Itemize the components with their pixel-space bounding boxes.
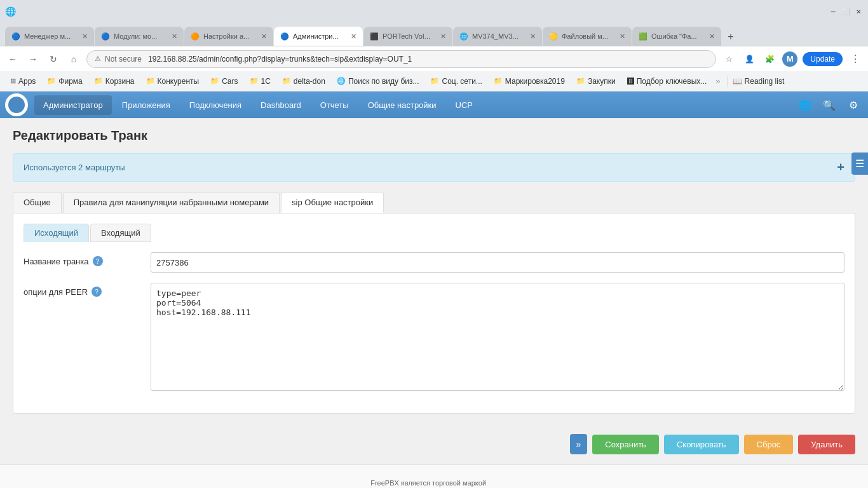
- bookmark-konkurenty-label: Конкуренты: [158, 77, 200, 86]
- tab-close-5[interactable]: ✕: [440, 32, 446, 41]
- back-button[interactable]: ←: [5, 51, 20, 67]
- extensions-button[interactable]: 🧩: [762, 51, 777, 67]
- bookmark-cars-label: Cars: [222, 77, 238, 86]
- tab-close-7[interactable]: ✕: [620, 32, 625, 41]
- bookmark-delta[interactable]: 📁 delta-don: [277, 76, 330, 87]
- trunk-name-control: [151, 252, 844, 273]
- footer: 🐸 FreePBX let freedom ring™ FreePBX явля…: [0, 464, 868, 488]
- bookmark-konkurenty[interactable]: 📁 Конкуренты: [141, 76, 205, 87]
- browser-tab-8[interactable]: 🟩 Ошибка "Фа... ✕: [632, 27, 721, 46]
- bookmarks-more[interactable]: »: [715, 76, 720, 86]
- sub-tab-outgoing[interactable]: Исходящий: [24, 224, 89, 242]
- settings-icon[interactable]: ⚙: [844, 95, 863, 114]
- browser-tab-5[interactable]: ⬛ PORTech VoI... ✕: [363, 27, 452, 46]
- bookmark-firma[interactable]: 📁 Фирма: [42, 76, 87, 87]
- reset-button[interactable]: Сброс: [744, 435, 794, 454]
- bookmark-social[interactable]: 📁 Соц. сети...: [425, 76, 487, 87]
- fpbx-logo: [5, 93, 28, 116]
- reader-mode-button[interactable]: 👤: [742, 51, 757, 67]
- browser-tab-7[interactable]: 🟡 Файловый м... ✕: [543, 27, 632, 46]
- trunk-name-label: Название транка ?: [24, 252, 151, 270]
- peer-options-control: type=peer port=5064 host=192.168.88.111: [151, 283, 844, 393]
- translate-icon[interactable]: 🌐: [796, 95, 815, 114]
- trunk-name-help-icon[interactable]: ?: [93, 256, 103, 266]
- arrow-button[interactable]: »: [570, 434, 588, 454]
- footer-info-1: FreePBX является торговой маркой: [358, 478, 498, 488]
- folder-icon-5: 📁: [250, 77, 259, 85]
- url-bar[interactable]: ⚠ Not secure 192.168.88.25/admin/config.…: [86, 50, 716, 68]
- nav-admin[interactable]: Администратор: [34, 95, 112, 115]
- peer-options-help-icon[interactable]: ?: [92, 287, 102, 297]
- browser-tab-2[interactable]: 🔵 Модули: мо... ✕: [95, 27, 184, 46]
- bookmark-apps[interactable]: ⊞ Apps: [5, 76, 41, 87]
- reading-list[interactable]: 📖 Reading list: [727, 76, 790, 87]
- peer-options-label: опции для PEER ?: [24, 283, 151, 301]
- bookmark-firma-label: Фирма: [58, 77, 82, 86]
- bookmark-search-label: Поиск по виду биз...: [348, 77, 419, 86]
- nav-reports[interactable]: Отчеты: [311, 95, 358, 115]
- title-bar: 🌐 ─ ⬜ ✕: [0, 0, 868, 23]
- bookmark-star-button[interactable]: ☆: [721, 51, 736, 67]
- main-tabs: Общие Правила для манипуляции набранными…: [13, 192, 855, 213]
- nav-apps[interactable]: Приложения: [113, 95, 179, 115]
- tab-close-6[interactable]: ✕: [530, 32, 536, 41]
- tab-general[interactable]: Общие: [13, 192, 62, 213]
- tab-favicon-5: ⬛: [370, 32, 379, 41]
- bookmark-marking[interactable]: 📁 Маркировка2019: [489, 76, 570, 87]
- bookmark-korzina[interactable]: 📁 Корзина: [89, 76, 140, 87]
- update-button[interactable]: Update: [803, 52, 843, 66]
- profile-button[interactable]: M: [782, 51, 797, 67]
- maximize-button[interactable]: ⬜: [841, 7, 850, 16]
- add-route-button[interactable]: +: [837, 160, 844, 175]
- nav-dashboard[interactable]: Dashboard: [252, 95, 310, 115]
- forward-button[interactable]: →: [25, 51, 41, 67]
- delete-button[interactable]: Удалить: [798, 435, 855, 454]
- nav-settings[interactable]: Общие настройки: [359, 95, 445, 115]
- browser-tab-4[interactable]: 🔵 Администри... ✕: [274, 27, 363, 46]
- home-button[interactable]: ⌂: [66, 51, 81, 67]
- close-button[interactable]: ✕: [854, 7, 863, 16]
- save-button[interactable]: Сохранить: [592, 435, 659, 454]
- tab-close-4[interactable]: ✕: [351, 32, 356, 41]
- fpbx-logo-inner: [7, 95, 26, 114]
- reload-button[interactable]: ↻: [46, 51, 61, 67]
- bookmark-cars[interactable]: 📁 Cars: [205, 76, 243, 87]
- tab-title-8: Ошибка "Фа...: [651, 32, 705, 40]
- tab-close-3[interactable]: ✕: [261, 32, 267, 41]
- folder-icon-6: 📁: [282, 77, 291, 85]
- fpbx-navbar: Администратор Приложения Подключения Das…: [0, 92, 868, 118]
- tab-close-2[interactable]: ✕: [172, 32, 177, 41]
- copy-button[interactable]: Скопировать: [664, 435, 739, 454]
- tab-favicon-1: 🔵: [11, 32, 20, 41]
- bookmark-zakupki[interactable]: 📁 Закупки: [571, 76, 621, 87]
- tab-close-8[interactable]: ✕: [709, 32, 715, 41]
- bookmark-keywords-label: Подбор ключевых...: [637, 77, 707, 86]
- tab-title-5: PORTech VoI...: [383, 32, 437, 40]
- address-bar: ← → ↻ ⌂ ⚠ Not secure 192.168.88.25/admin…: [0, 46, 868, 71]
- tab-title-4: Администри...: [293, 32, 347, 40]
- browser-tab-3[interactable]: 🟠 Настройки а... ✕: [184, 27, 273, 46]
- browser-tab-6[interactable]: 🌐 MV374_MV3... ✕: [453, 27, 542, 46]
- tab-favicon-4: 🔵: [280, 32, 289, 41]
- folder-icon-8: 📁: [494, 77, 503, 85]
- tab-sip-settings[interactable]: sip Общие настройки: [281, 192, 384, 213]
- peer-options-textarea[interactable]: type=peer port=5064 host=192.168.88.111: [151, 283, 844, 391]
- bookmark-keywords[interactable]: 🅱 Подбор ключевых...: [622, 76, 712, 87]
- window-controls: ─ ⬜ ✕: [829, 7, 863, 16]
- new-tab-button[interactable]: +: [722, 28, 740, 46]
- browser-menu-button[interactable]: ⋮: [848, 53, 863, 65]
- bookmark-delta-label: delta-don: [294, 77, 325, 86]
- bookmark-search[interactable]: 🌐 Поиск по виду биз...: [332, 76, 424, 87]
- trunk-name-input[interactable]: [151, 252, 844, 273]
- browser-tab-1[interactable]: 🔵 Менеджер м... ✕: [5, 27, 94, 46]
- sub-tab-incoming[interactable]: Входящий: [90, 224, 151, 242]
- tab-close-1[interactable]: ✕: [82, 32, 88, 41]
- search-icon[interactable]: 🔍: [820, 95, 839, 114]
- nav-connections[interactable]: Подключения: [180, 95, 250, 115]
- nav-ucp[interactable]: UCP: [447, 95, 482, 115]
- sidebar-toggle-button[interactable]: ☰: [851, 152, 868, 175]
- bookmark-1c[interactable]: 📁 1С: [245, 76, 276, 87]
- minimize-button[interactable]: ─: [829, 7, 837, 16]
- tab-title-1: Менеджер м...: [24, 32, 78, 40]
- tab-rules[interactable]: Правила для манипуляции набранными номер…: [63, 192, 280, 213]
